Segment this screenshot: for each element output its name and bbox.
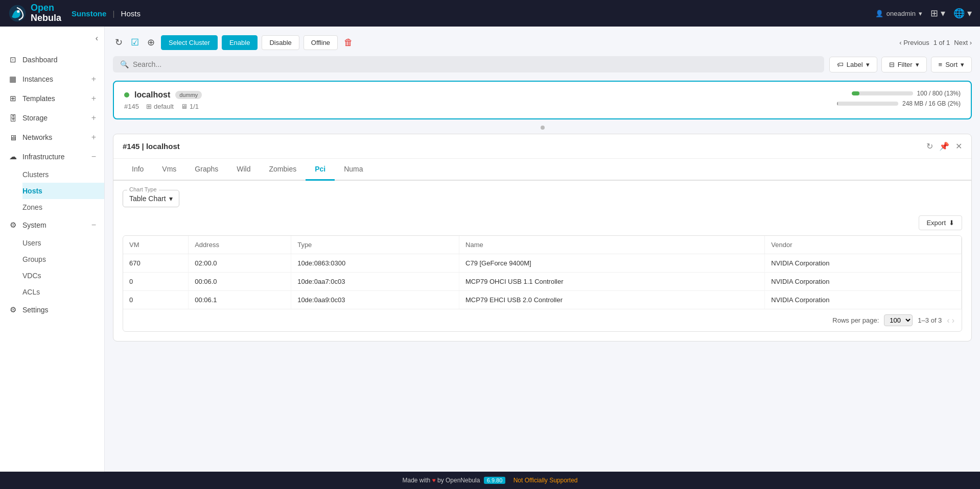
- col-type: Type: [291, 236, 459, 254]
- col-vendor: Vendor: [765, 236, 962, 254]
- tab-vms[interactable]: Vms: [153, 159, 185, 181]
- search-row: 🔍 🏷 Label ▾ ⊟ Filter ▾ ≡ Sort ▾: [113, 56, 972, 72]
- grid-icon-btn[interactable]: ⊞ ▾: [930, 8, 945, 19]
- cell-vendor: NVIDIA Corporation: [765, 254, 962, 273]
- sidebar-collapse-btn[interactable]: ‹: [89, 27, 104, 50]
- delete-btn[interactable]: 🗑: [342, 35, 355, 50]
- detail-actions: ↻ 📌 ✕: [926, 141, 962, 151]
- sidebar-item-infrastructure[interactable]: ☁ Infrastructure −: [0, 147, 104, 166]
- sidebar-item-system[interactable]: ⚙ System −: [0, 215, 104, 235]
- label-btn[interactable]: 🏷 Label ▾: [829, 57, 877, 72]
- topbar-right: 👤 oneadmin ▾ ⊞ ▾ 🌐 ▾: [875, 8, 972, 19]
- cell-address: 00:06.0: [189, 273, 291, 291]
- chart-type-legend: Chart Type: [127, 186, 159, 192]
- networks-icon: 🖥: [8, 133, 17, 142]
- topbar: OpenNebula Sunstone | Hosts 👤 oneadmin ▾…: [0, 0, 980, 27]
- globe-icon-btn[interactable]: 🌐 ▾: [953, 8, 972, 19]
- sidebar-item-storage[interactable]: 🗄 Storage +: [0, 108, 104, 128]
- detail-panel: #145 | localhost ↻ 📌 ✕ Info Vms Graphs W…: [113, 134, 972, 341]
- scroll-dot: [541, 126, 545, 130]
- sidebar-item-templates[interactable]: ⊞ Templates +: [0, 89, 104, 108]
- tab-info[interactable]: Info: [123, 159, 153, 181]
- main-content: ↻ ☑ ⊕ Select Cluster Enable Disable Offl…: [105, 27, 980, 472]
- table-prev-btn[interactable]: ‹: [947, 316, 949, 325]
- host-tag: dummy: [175, 91, 202, 99]
- sidebar-item-acls[interactable]: ACLs: [22, 284, 104, 300]
- infrastructure-icon: ☁: [8, 152, 17, 161]
- system-icon: ⚙: [8, 221, 17, 230]
- previous-btn[interactable]: ‹ Previous: [899, 39, 929, 46]
- sidebar-item-zones[interactable]: Zones: [22, 199, 104, 215]
- select-all-btn[interactable]: ☑: [129, 35, 141, 50]
- cell-vendor: NVIDIA Corporation: [765, 273, 962, 291]
- rows-per-page-select[interactable]: 100 50 25: [884, 314, 913, 326]
- table-head: VM Address Type Name Vendor: [123, 236, 962, 254]
- detail-tabs: Info Vms Graphs Wild Zombies Pci Numa: [113, 159, 971, 181]
- export-btn[interactable]: Export ⬇: [919, 215, 962, 230]
- table-range: 1–3 of 3: [918, 316, 942, 324]
- pci-table: VM Address Type Name Vendor 67002:00.010…: [123, 236, 962, 309]
- pci-table-container: VM Address Type Name Vendor 67002:00.010…: [123, 235, 962, 332]
- sidebar-item-settings[interactable]: ⚙ Settings: [0, 300, 104, 320]
- tab-pci[interactable]: Pci: [306, 159, 335, 181]
- host-card[interactable]: localhost dummy #145 ⊞ default 🖥 1/1: [113, 81, 972, 119]
- sort-btn[interactable]: ≡ Sort ▾: [931, 57, 972, 72]
- detail-close-btn[interactable]: ✕: [955, 141, 962, 151]
- cpu-progress-fill: [852, 91, 860, 95]
- add-btn[interactable]: ⊕: [145, 35, 157, 50]
- host-id: #145: [124, 103, 139, 110]
- tab-graphs[interactable]: Graphs: [185, 159, 227, 181]
- detail-header: #145 | localhost ↻ 📌 ✕: [113, 134, 971, 159]
- user-chevron-icon: ▾: [919, 10, 922, 17]
- offline-btn[interactable]: Offline: [304, 35, 338, 50]
- storage-icon: 🗄: [8, 114, 17, 123]
- user-menu[interactable]: 👤 oneadmin ▾: [875, 10, 922, 17]
- cell-type: 10de:0863:0300: [291, 254, 459, 273]
- version-badge: 6.9.80: [484, 477, 506, 484]
- sidebar-item-hosts[interactable]: Hosts: [22, 183, 104, 199]
- disable-btn[interactable]: Disable: [262, 35, 299, 50]
- logo: OpenNebula: [8, 3, 61, 23]
- system-submenu: Users Groups VDCs ACLs: [0, 235, 104, 300]
- sidebar-item-vdcs[interactable]: VDCs: [22, 267, 104, 284]
- cell-name: C79 [GeForce 9400M]: [459, 254, 765, 273]
- cell-vendor: NVIDIA Corporation: [765, 291, 962, 309]
- scroll-indicator: [113, 126, 972, 130]
- vms-icon: 🖥: [181, 103, 188, 110]
- next-btn[interactable]: Next ›: [954, 39, 972, 46]
- sidebar-item-networks[interactable]: 🖥 Networks +: [0, 128, 104, 147]
- sidebar-item-instances[interactable]: ▦ Instances +: [0, 69, 104, 89]
- sort-chevron-icon: ▾: [961, 61, 964, 68]
- table-header-row: VM Address Type Name Vendor: [123, 236, 962, 254]
- detail-pin-btn[interactable]: 📌: [939, 141, 949, 151]
- mem-progress-bar: [837, 102, 898, 106]
- mem-stat-row: 248 MB / 16 GB (2%): [828, 100, 961, 107]
- chart-type-group: Chart Type Table Chart ▾: [123, 190, 179, 207]
- chart-type-value: Table Chart: [129, 194, 166, 203]
- select-cluster-btn[interactable]: Select Cluster: [161, 35, 218, 50]
- refresh-btn[interactable]: ↻: [113, 35, 125, 50]
- cpu-stat-row: 100 / 800 (13%): [828, 90, 961, 97]
- table-next-btn[interactable]: ›: [952, 316, 954, 325]
- enable-btn[interactable]: Enable: [222, 35, 258, 50]
- tab-zombies[interactable]: Zombies: [260, 159, 306, 181]
- sort-icon: ≡: [939, 61, 943, 68]
- search-input[interactable]: [133, 60, 817, 68]
- sidebar-item-clusters[interactable]: Clusters: [22, 166, 104, 183]
- sidebar-item-users[interactable]: Users: [22, 235, 104, 251]
- host-toolbar: ↻ ☑ ⊕ Select Cluster Enable Disable Offl…: [113, 35, 972, 50]
- tab-wild[interactable]: Wild: [227, 159, 260, 181]
- col-vm: VM: [123, 236, 189, 254]
- filter-btn[interactable]: ⊟ Filter ▾: [881, 57, 927, 72]
- brand-name: OpenNebula: [31, 3, 61, 23]
- host-name: localhost: [134, 90, 170, 100]
- sidebar-item-groups[interactable]: Groups: [22, 251, 104, 267]
- detail-refresh-btn[interactable]: ↻: [926, 141, 933, 151]
- host-datastore: ⊞ default: [146, 103, 174, 110]
- table-footer-nav: ‹ ›: [947, 316, 954, 325]
- tab-numa[interactable]: Numa: [335, 159, 372, 181]
- host-vms: 🖥 1/1: [181, 103, 199, 110]
- mem-label: 248 MB / 16 GB (2%): [902, 100, 961, 107]
- chart-type-select[interactable]: Table Chart ▾: [129, 192, 173, 203]
- sidebar-item-dashboard[interactable]: ⊡ Dashboard: [0, 50, 104, 69]
